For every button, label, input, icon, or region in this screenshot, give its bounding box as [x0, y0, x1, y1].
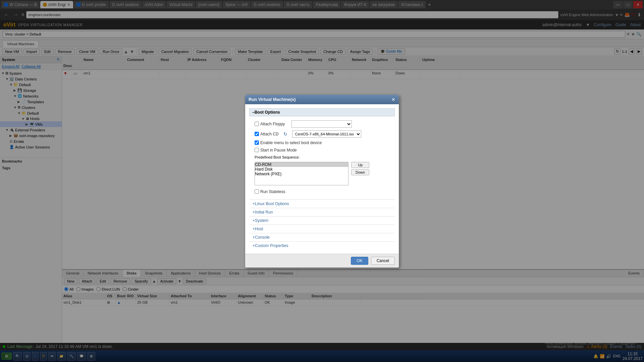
- system-header[interactable]: +System: [249, 217, 395, 225]
- attach-floppy-text: Attach Floppy: [260, 122, 285, 126]
- boot-options-label: –Boot Options: [252, 110, 280, 115]
- modal-overlay: Run Virtual Machine(s) ✕ –Boot Options A…: [0, 0, 644, 362]
- boot-menu-label[interactable]: Enable menu to select boot device: [255, 140, 322, 145]
- run-vm-modal: Run Virtual Machine(s) ✕ –Boot Options A…: [245, 95, 399, 268]
- run-stateless-label[interactable]: Run Stateless: [255, 189, 285, 194]
- boot-options-content: Attach Floppy Attach CD ↻: [249, 118, 395, 197]
- custom-properties-section: +Custom Properties: [249, 241, 395, 250]
- custom-properties-label: +Custom Properties: [253, 243, 288, 248]
- boot-sequence-list[interactable]: CD-ROM Hard Disk Network (PXE): [255, 162, 348, 185]
- run-stateless-text: Run Stateless: [260, 189, 285, 194]
- boot-options-section: –Boot Options Attach Floppy: [249, 108, 395, 197]
- console-label: +Console: [253, 235, 270, 240]
- attach-cd-label[interactable]: Attach CD: [255, 132, 279, 136]
- modal-title-bar: Run Virtual Machine(s) ✕: [245, 95, 399, 104]
- system-section: +System: [249, 216, 395, 225]
- boot-menu-row: Enable menu to select boot device: [255, 139, 389, 146]
- initial-run-header[interactable]: +Initial Run: [249, 208, 395, 216]
- initial-run-label: +Initial Run: [253, 210, 273, 215]
- pause-mode-text: Start in Pause Mode: [260, 148, 297, 153]
- pause-mode-checkbox[interactable]: [255, 148, 259, 152]
- boot-seq-buttons: Up Down: [351, 162, 369, 175]
- attach-cd-checkbox[interactable]: [255, 132, 259, 136]
- boot-seq-container: Predefined Boot Sequence: CD-ROM Hard Di…: [255, 154, 389, 188]
- attach-floppy-row: Attach Floppy: [255, 119, 389, 129]
- attach-cd-text: Attach CD: [260, 132, 279, 136]
- console-section: +Console: [249, 233, 395, 241]
- modal-footer: OK Cancel: [245, 254, 399, 267]
- cd-select[interactable]: CentOS-7-x86_64-Minimal-1611.iso: [292, 130, 361, 138]
- cd-refresh-icon[interactable]: ↻: [283, 131, 287, 137]
- run-stateless-row: Run Stateless: [255, 188, 389, 195]
- boot-seq-up-button[interactable]: Up: [351, 162, 369, 168]
- boot-menu-text: Enable menu to select boot device: [260, 140, 322, 145]
- host-section: +Host: [249, 225, 395, 233]
- system-label: +System: [253, 218, 268, 223]
- modal-close-button[interactable]: ✕: [391, 97, 395, 102]
- boot-seq-down-button[interactable]: Down: [351, 169, 369, 175]
- custom-properties-header[interactable]: +Custom Properties: [249, 242, 395, 250]
- modal-title: Run Virtual Machine(s): [249, 97, 296, 102]
- host-header[interactable]: +Host: [249, 225, 395, 233]
- attach-floppy-checkbox[interactable]: [255, 122, 259, 126]
- initial-run-section: +Initial Run: [249, 208, 395, 216]
- host-label: +Host: [253, 227, 263, 231]
- modal-body: –Boot Options Attach Floppy: [245, 104, 399, 254]
- modal-cancel-button[interactable]: Cancel: [371, 257, 395, 265]
- pause-mode-row: Start in Pause Mode: [255, 146, 389, 154]
- console-header[interactable]: +Console: [249, 233, 395, 241]
- enable-boot-menu-checkbox[interactable]: [255, 140, 259, 145]
- attach-cd-row: Attach CD ↻ CentOS-7-x86_64-Minimal-1611…: [255, 129, 389, 139]
- linux-boot-header[interactable]: +Linux Boot Options: [249, 200, 395, 208]
- boot-sequence-area: CD-ROM Hard Disk Network (PXE) Up Down: [255, 161, 389, 187]
- boot-seq-label: Predefined Boot Sequence:: [255, 155, 389, 159]
- modal-ok-button[interactable]: OK: [351, 257, 368, 265]
- linux-boot-section: +Linux Boot Options: [249, 199, 395, 208]
- pause-mode-label[interactable]: Start in Pause Mode: [255, 148, 297, 153]
- boot-options-header[interactable]: –Boot Options: [249, 108, 395, 116]
- attach-floppy-label[interactable]: Attach Floppy: [255, 122, 285, 126]
- linux-boot-label: +Linux Boot Options: [253, 201, 289, 206]
- floppy-select[interactable]: [291, 120, 352, 128]
- run-stateless-checkbox[interactable]: [255, 189, 259, 194]
